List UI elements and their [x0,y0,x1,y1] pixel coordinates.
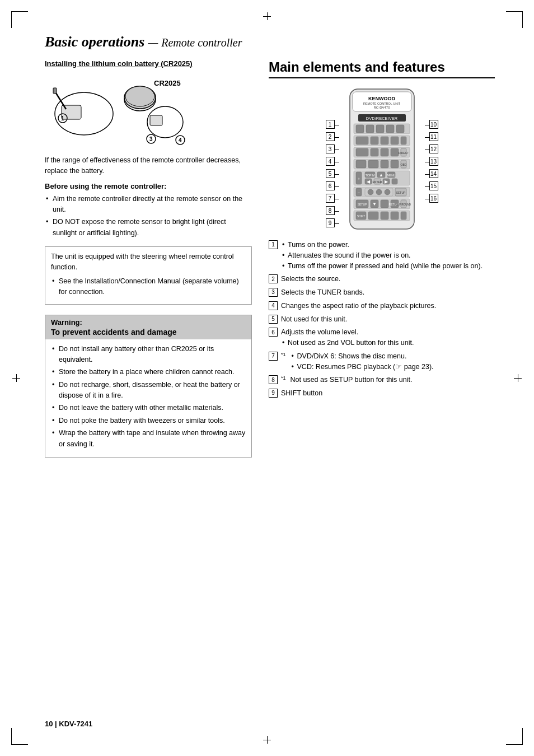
page-title-italic: Basic operations [45,34,144,50]
two-col-layout: Installing the lithium coin battery (CR2… [45,59,495,458]
line-12 [425,150,429,150]
line-15 [425,186,429,187]
remote-num-5: 5 [326,169,335,178]
remote-num-3: 3 [326,144,335,153]
svg-rect-46 [391,160,399,168]
svg-rect-25 [366,125,374,133]
feature-list: 1 Turns on the power. Attenuates the sou… [269,240,495,399]
callout-8: 8 [326,205,339,217]
line-4 [335,162,339,162]
remote-num-14: 14 [429,169,438,178]
remote-num-4: 4 [326,157,335,166]
svg-text:SETUP: SETUP [396,191,405,194]
callout-1: 1 [326,119,339,131]
svg-rect-43 [356,160,366,168]
callout-2: 2 [326,131,339,143]
svg-rect-45 [381,160,388,168]
callout-7: 7 [326,193,339,205]
svg-text:SHIFT: SHIFT [357,214,364,218]
svg-text:+: + [357,177,359,181]
svg-rect-34 [401,137,406,144]
feature-num-2: 2 [269,274,278,283]
list-item: Do not install any battery other than CR… [51,344,246,366]
line-6 [335,186,339,187]
feature-num-9: 9 [269,389,278,398]
remote-num-2: 2 [326,132,335,141]
svg-point-8 [125,86,154,106]
feature-item-1: 1 Turns on the power. Attenuates the sou… [269,240,495,271]
svg-rect-37 [371,148,378,156]
line-13 [425,162,429,162]
feature-num-4: 4 [269,301,278,310]
asterisk-8: *1 [281,375,286,382]
info-box: The unit is equipped with the steering w… [45,246,252,305]
feature-num-1: 1 [269,240,278,249]
line-2 [335,137,339,138]
callout-14: 14 [425,168,438,180]
page-footer: 10 | KDV-7241 [45,720,92,728]
remote-num-15: 15 [429,181,438,190]
svg-text:4: 4 [179,137,182,143]
svg-rect-24 [356,125,364,133]
svg-text:▶: ▶ [385,179,388,184]
list-item: See the Installation/Connection Manual (… [51,276,246,298]
info-box-list: See the Installation/Connection Manual (… [51,276,246,298]
svg-text:RC-DV470: RC-DV470 [373,106,390,109]
remote-num-12: 12 [429,144,438,153]
svg-text:DVD/RECEIVER: DVD/RECEIVER [366,116,397,121]
svg-rect-10 [150,115,162,125]
list-item: Wrap the battery with tape and insulate … [51,428,246,450]
remote-num-13: 13 [429,157,438,166]
page-title-dash: — [148,36,158,49]
feature-num-3: 3 [269,288,278,297]
svg-rect-27 [386,125,394,133]
callout-3: 3 [326,143,339,156]
svg-rect-28 [396,125,404,133]
line-10 [425,125,429,125]
remote-num-1: 1 [326,120,335,129]
remote-num-16: 16 [429,194,438,203]
svg-rect-89 [391,212,399,220]
page-title-area: Basic operations—Remote controller [45,34,495,50]
line-8 [335,211,339,212]
remote-num-8: 8 [326,206,335,215]
callout-4: 4 [326,156,339,168]
list-item: Store the battery in a place where child… [51,367,246,377]
warning-title: Warning: [51,318,246,326]
callout-15: 15 [425,180,438,193]
feature-text-7: DVD/DivX 6: Shows the disc menu. VCD: Re… [291,351,495,372]
svg-rect-44 [368,160,378,168]
svg-rect-87 [368,212,378,220]
right-column: Main elements and features 1 2 3 [269,59,495,402]
feature-bullet: Turns on the power. [281,240,495,250]
remote-num-7: 7 [326,194,335,203]
feature-bullet: Not used as 2nd VOL button for this unit… [281,338,495,348]
feature-num-8: 8 [269,375,278,384]
warning-header: Warning: To prevent accidents and damage [45,315,251,339]
svg-rect-39 [391,148,399,156]
list-item: Do not leave the battery with other meta… [51,403,246,413]
before-use-list: Aim the remote controller directly at th… [45,194,252,239]
battery-section-header: Installing the lithium coin battery (CR2… [45,59,252,68]
remote-num-10: 10 [429,120,438,129]
svg-text:DIRECT: DIRECT [398,151,409,155]
feature-text-1: Turns on the power. Attenuates the sound… [281,240,495,271]
remote-control-svg: KENWOOD REMOTE CONTROL UNIT RC-DV470 DVD… [341,86,423,232]
feature-bullet: DVD/DivX 6: Shows the disc menu. [291,351,495,362]
line-14 [425,174,429,175]
svg-text:OBD: OBD [400,163,406,166]
line-3 [335,150,339,150]
svg-text:SURROUND: SURROUND [396,203,411,206]
callout-13: 13 [425,156,438,168]
svg-rect-33 [391,137,399,144]
remote-num-9: 9 [326,218,335,227]
feature-item-8: 8 *1 Not used as SETUP button for this u… [269,375,495,385]
feature-bullet: Attenuates the sound if the power is on. [281,250,495,261]
list-item: Aim the remote controller directly at th… [45,194,252,216]
feature-num-7: 7 [269,352,278,361]
svg-rect-26 [376,125,384,133]
feature-bullet: VCD: Resumes PBC playback (☞ page 23). [291,362,495,372]
feature-item-5: 5 Not used for this unit. [269,314,495,325]
svg-rect-38 [381,148,388,156]
svg-text:ENTER: ENTER [372,180,382,184]
